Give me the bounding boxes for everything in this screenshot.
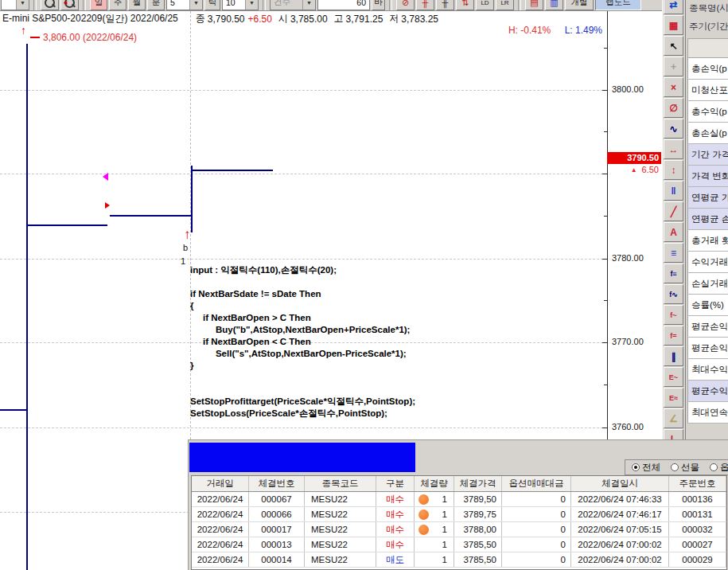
column-header[interactable]: 주문번호 (669, 476, 726, 491)
filter-radio-futures[interactable]: 선물 (671, 462, 699, 474)
stat-row: 수익거래 (687, 252, 728, 273)
axis-price-label: 3800.00 (612, 84, 644, 94)
tick-button[interactable]: 틱 (204, 0, 220, 10)
elliott-wave-icon[interactable]: E~ (664, 367, 683, 387)
erase-one-icon[interactable]: × (664, 77, 683, 97)
radio-circle-icon (632, 463, 640, 471)
horizontal-segment-icon[interactable]: ↔ (664, 139, 683, 159)
side-cell: 매수 (376, 522, 415, 537)
parallel-channel-icon[interactable]: ∥ (664, 346, 683, 366)
vertical-range-icon[interactable]: ↕ (664, 160, 683, 180)
price-bar-icon[interactable]: ‖ (664, 181, 683, 201)
column-header[interactable]: 거래일 (192, 476, 249, 491)
table-row[interactable]: 2022/06/24000013MESU22매수13785,5002022/06… (192, 537, 726, 552)
crosshair-icon[interactable]: + (664, 57, 683, 76)
minute-combo[interactable]: 5 ▼ (166, 0, 203, 10)
axis-scale-icon[interactable]: ⇅ (456, 0, 474, 10)
chevron-down-icon[interactable]: ▼ (189, 0, 202, 10)
signal-clear-icon[interactable]: ⊘ (396, 0, 415, 10)
column-header[interactable]: 종목코드 (305, 476, 376, 491)
signal-map-icon[interactable]: ▦ (664, 15, 683, 35)
stat-row: 평균손익 (687, 338, 728, 359)
order-no-cell: 000136 (669, 492, 726, 506)
opt-amount-cell: 0 (502, 537, 571, 552)
order-no-cell: 000131 (669, 507, 726, 521)
table-row[interactable]: 2022/06/24000017MESU22매수13788,0002022/06… (192, 522, 726, 537)
qty-value: 1 (442, 509, 447, 519)
price-axis[interactable] (607, 11, 608, 439)
select-cursor-icon[interactable]: ↖ (664, 36, 683, 56)
labnode-button[interactable]: 랩노드 (595, 0, 641, 10)
horizontal-lines-icon[interactable]: ≡ (664, 243, 683, 263)
axis-tick (602, 428, 607, 428)
buy-marker-label: b (183, 243, 188, 252)
chevron-down-icon[interactable]: ▼ (16, 0, 29, 10)
last-change-value: 6.50 (642, 165, 659, 174)
side-cell: 매수 (376, 537, 415, 552)
qty-value: 1 (442, 525, 447, 534)
text-tool-icon[interactable]: A (664, 222, 683, 242)
board-blue-icon[interactable]: ▥ (545, 0, 563, 10)
sync-chart-icon[interactable]: ⇄ (664, 0, 683, 14)
erase-all-icon[interactable]: ∅ (664, 98, 683, 118)
volume-profile-left-icon[interactable]: ╫ (416, 0, 434, 10)
count-field[interactable]: 60 (317, 0, 370, 10)
column-header[interactable]: 구분 (376, 476, 415, 491)
filter-radio-group: 전체선물옵 (625, 459, 728, 475)
individual-button[interactable]: 개별 (565, 0, 594, 10)
symbol-title: E-mini S&P500-202209(일간) 2022/06/25 (2, 12, 178, 25)
trendline-icon[interactable]: ╱ (664, 201, 683, 221)
column-header[interactable]: 체결일시 (571, 476, 669, 491)
column-header[interactable]: 체결량 (415, 476, 454, 491)
board-red-icon[interactable]: ▤ (525, 0, 543, 10)
period-week-button[interactable]: 주 (109, 0, 127, 10)
elliott-wave2-icon[interactable]: E≈ (664, 388, 683, 408)
stat-row: 최대수익 (687, 359, 728, 381)
period-day-button[interactable]: 일 (90, 0, 107, 10)
filter-radio-options[interactable]: 옵 (710, 462, 728, 474)
period-minute-button[interactable]: 분 (147, 0, 165, 10)
table-row[interactable]: 2022/06/24000066MESU22매수13789,7502022/06… (192, 507, 726, 522)
zoom-in-button[interactable] (41, 0, 59, 10)
fib-retracement-icon[interactable]: f≡ (664, 264, 683, 283)
ld-button[interactable]: LD (476, 0, 494, 10)
mini-chart-icon[interactable]: ∿ (664, 119, 683, 139)
qty-cell: 1 (415, 507, 454, 521)
fib-fan-icon[interactable]: f∿ (664, 284, 683, 304)
period-month-button[interactable]: 월 (128, 0, 146, 10)
bar-button[interactable]: 바 (372, 0, 385, 10)
fib-arc-icon[interactable]: f~ (664, 305, 683, 325)
toolbar-row: ▼ ◄ 일 주 월 분 5 ▼ 틱 10 ▼ 건수 ▼ (1, 0, 641, 10)
radio-circle-icon (710, 463, 718, 471)
fib-ratio-icon[interactable]: f= (664, 326, 683, 346)
table-row[interactable]: 2022/06/24000014MESU22매도13785,5002022/06… (192, 552, 726, 568)
low-value: 3,783.25 (401, 14, 438, 25)
chevron-down-icon[interactable]: ▼ (245, 0, 258, 10)
execution-table[interactable]: 거래일체결번호종목코드구분체결량체결가격옵션매매대금체결일시주문번호 2022/… (191, 475, 727, 570)
column-header[interactable]: 체결가격 (454, 476, 502, 491)
target-price-label: 3,806.00 (2022/06/24) (43, 32, 137, 43)
minute-combo-value: 5 (170, 0, 175, 7)
axis-price-label: 3770.00 (612, 337, 644, 346)
qty-cell: 1 (415, 522, 454, 537)
lr-button[interactable]: LR (496, 0, 514, 10)
drawing-toolbar-buttons: ⇄▦↖+×∅∿↔↕‖╱A≡f≡f∿f~f=∥E~E≈∠LD (664, 0, 683, 470)
volume-profile-right-icon[interactable]: ╫ (436, 0, 454, 10)
low-label: 저 (389, 12, 399, 25)
tick-combo[interactable]: 10 ▼ (222, 0, 259, 10)
target-dash (30, 37, 40, 38)
column-header[interactable]: 옵션매매대금 (502, 476, 571, 491)
toolbar-separator (263, 0, 266, 10)
filter-radio-all[interactable]: 전체 (632, 462, 660, 474)
table-row[interactable]: 2022/06/24000067MESU22매수13789,5002022/06… (192, 492, 726, 507)
trade-date-cell: 2022/06/24 (192, 552, 249, 567)
pencil-icon[interactable]: ∠ (664, 408, 683, 428)
symbol-code-cell: MESU22 (305, 507, 376, 521)
column-header[interactable]: 체결번호 (249, 476, 305, 491)
last-change-label: ▲6.50 (609, 165, 659, 174)
stat-row: 승률(%) (687, 295, 728, 316)
symbol-combo[interactable]: ▼ (1, 0, 29, 10)
toolbar-separator (518, 0, 521, 10)
zoom-reset-button[interactable]: ◄ (60, 0, 79, 10)
entry-marker-icon (105, 202, 110, 209)
